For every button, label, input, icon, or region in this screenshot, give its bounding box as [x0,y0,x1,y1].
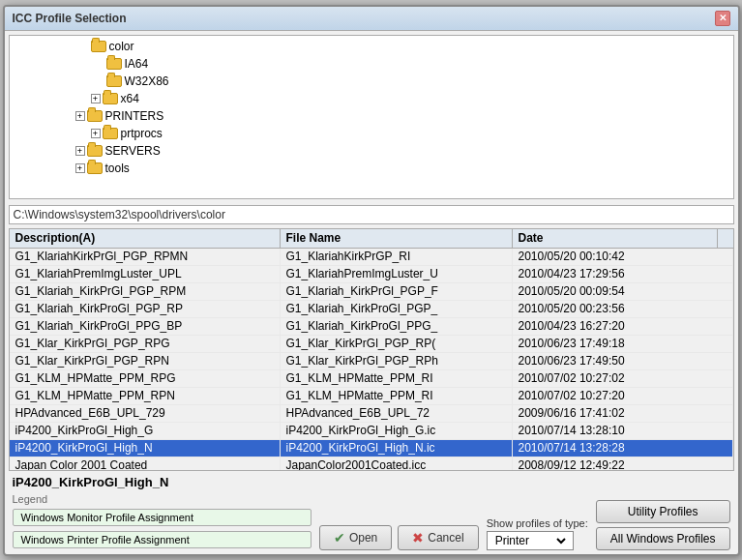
tree-section: color IA64 W32X86 + x64 + [9,35,734,199]
cell-desc: iP4200_KirkProGl_High_N [10,440,281,457]
cell-date: 2010/04/23 17:29:56 [513,266,733,282]
dialog-title: ICC Profile Selection [13,12,127,25]
header-filename[interactable]: File Name [281,229,513,248]
cell-fname: iP4200_KirkProGl_High_G.ic [281,423,513,439]
table-row[interactable]: G1_KLM_HPMatte_PPM_RPG G1_KLM_HPMatte_PP… [10,370,733,388]
expand-icon[interactable]: + [75,111,85,121]
right-buttons: Utility Profiles All Windows Profiles [596,500,730,550]
cell-desc: G1_KlariahKirkPrGl_PGP_RPMN [10,249,281,265]
tree-label: W32X86 [125,74,169,88]
table-row[interactable]: iP4200_KirkProGl_High_N iP4200_KirkProGl… [10,440,733,457]
cell-fname: G1_KlariahKirkPrGP_RI [281,249,513,265]
expand-icon[interactable]: + [91,129,101,138]
show-profiles-label: Show profiles of type: [487,517,588,529]
cell-desc: G1_Klariah_KirkProGl_PPG_BP [10,318,281,335]
cell-date: 2010/05/20 00:09:54 [513,283,733,300]
tree-label: IA64 [125,57,149,71]
utility-profiles-button[interactable]: Utility Profiles [596,500,730,523]
cell-fname: HPAdvanced_E6B_UPL_72 [281,405,513,422]
tree-item-printers[interactable]: + PRINTERS [14,107,729,125]
selected-profile-name: iP4200_KirkProGl_High_N [5,473,738,491]
cell-date: 2010/05/20 00:23:56 [513,301,733,317]
folder-icon [87,162,103,174]
action-buttons: ✔ Open ✖ Cancel [319,525,479,550]
table-row[interactable]: iP4200_KirkProGl_High_G iP4200_KirkProGl… [10,423,733,440]
scroll-spacer [718,229,733,248]
folder-icon [106,75,122,87]
cell-desc: G1_Klar_KirkPrGl_PGP_RPN [10,353,281,369]
folder-icon [91,41,106,52]
cell-fname: G1_Klar_KirkPrGl_PGP_RPh [281,353,513,369]
cell-fname: G1_Klariah_KirkProGl_PGP_ [281,301,513,317]
header-date[interactable]: Date [513,229,718,248]
table-row[interactable]: G1_KLM_HPMatte_PPM_RPN G1_KLM_HPMatte_PP… [10,388,733,405]
current-path: C:\Windows\system32\spool\drivers\color [9,205,734,224]
tree-item-color[interactable]: color [14,38,729,55]
cell-fname: G1_KlariahPremImgLuster_U [281,266,513,282]
cell-date: 2010/07/02 10:27:02 [513,370,733,387]
expand-icon[interactable]: + [91,94,101,103]
legend-monitor-label: Windows Monitor Profile Assignment [21,512,194,523]
cell-date: 2010/07/14 13:28:28 [513,440,733,457]
tree-label: tools [105,162,130,175]
tree-item-x64[interactable]: + x64 [14,90,729,107]
check-icon: ✔ [334,530,345,545]
cell-date: 2009/06/16 17:41:02 [513,405,733,422]
tree-item-w32x86[interactable]: W32X86 [14,73,729,90]
legend-title: Legend [13,493,312,505]
cell-date: 2010/06/23 17:49:18 [513,336,733,352]
table-row[interactable]: G1_KlariahPremImgLuster_UPL G1_KlariahPr… [10,266,733,283]
table-header: Description(A) File Name Date [10,229,733,249]
cancel-button[interactable]: ✖ Cancel [398,525,478,550]
folder-tree[interactable]: color IA64 W32X86 + x64 + [10,36,733,198]
tree-item-prtprocs[interactable]: + prtprocs [14,125,729,142]
legend-printer-label: Windows Printer Profile Assignment [21,534,190,545]
folder-icon [103,128,118,139]
folder-icon [106,58,122,70]
profile-type-select[interactable]: Printer Monitor All [491,533,569,548]
open-button[interactable]: ✔ Open [319,525,392,550]
icc-profile-dialog: ICC Profile Selection ✕ color IA64 W32X8… [3,5,740,556]
table-row[interactable]: G1_Klar_KirkPrGl_PGP_RPG G1_Klar_KirkPrG… [10,336,733,353]
tree-item-servers[interactable]: + SERVERS [14,142,729,160]
table-row[interactable]: Japan Color 2001 Coated JapanColor2001Co… [10,457,733,470]
cell-date: 2010/07/02 10:27:20 [513,388,733,404]
table-body[interactable]: G1_KlariahKirkPrGl_PGP_RPMN G1_KlariahKi… [10,249,733,470]
cell-fname: G1_Klariah_KirkPrGl_PGP_F [281,283,513,300]
cell-fname: G1_Klar_KirkPrGl_PGP_RP( [281,336,513,352]
x-icon: ✖ [412,530,424,545]
header-description[interactable]: Description(A) [10,229,281,248]
table-row[interactable]: G1_KlariahKirkPrGl_PGP_RPMN G1_KlariahKi… [10,249,733,266]
table-row[interactable]: G1_Klariah_KirkPrGl_PGP_RPM G1_Klariah_K… [10,283,733,301]
table-row[interactable]: G1_Klar_KirkPrGl_PGP_RPN G1_Klar_KirkPrG… [10,353,733,370]
title-bar: ICC Profile Selection ✕ [5,7,738,31]
expand-icon[interactable]: + [75,163,85,173]
cell-desc: iP4200_KirkProGl_High_G [10,423,281,439]
cell-desc: G1_Klariah_KirkPrGl_PGP_RPM [10,283,281,300]
folder-icon [87,145,103,157]
cell-fname: G1_KLM_HPMatte_PPM_RI [281,388,513,404]
legend-section: Legend Windows Monitor Profile Assignmen… [13,493,312,550]
cell-date: 2010/06/23 17:49:50 [513,353,733,369]
tree-item-tools[interactable]: + tools [14,160,729,177]
cell-desc: G1_KLM_HPMatte_PPM_RPN [10,388,281,404]
expand-icon[interactable]: + [75,146,85,156]
table-row[interactable]: G1_Klariah_KirkProGl_PGP_RP G1_Klariah_K… [10,301,733,318]
cell-desc: Japan Color 2001 Coated [10,457,281,470]
cell-fname: G1_Klariah_KirkProGl_PPG_ [281,318,513,335]
tree-label: SERVERS [105,144,161,158]
profile-type-select-wrapper[interactable]: Printer Monitor All [487,531,574,550]
tree-item-ia64[interactable]: IA64 [14,55,729,73]
profile-type-section: Show profiles of type: Printer Monitor A… [487,517,588,550]
cell-fname: JapanColor2001Coated.icc [281,457,513,470]
legend-monitor-item: Windows Monitor Profile Assignment [13,509,312,526]
table-row[interactable]: HPAdvanced_E6B_UPL_729 HPAdvanced_E6B_UP… [10,405,733,423]
cell-date: 2010/04/23 16:27:20 [513,318,733,335]
table-row[interactable]: G1_Klariah_KirkProGl_PPG_BP G1_Klariah_K… [10,318,733,336]
all-windows-profiles-button[interactable]: All Windows Profiles [596,527,730,550]
folder-icon [103,93,118,104]
legend-printer-item: Windows Printer Profile Assignment [13,531,312,548]
close-button[interactable]: ✕ [715,11,730,26]
tree-label: prtprocs [121,127,163,140]
profiles-table: Description(A) File Name Date G1_Klariah… [9,228,734,471]
